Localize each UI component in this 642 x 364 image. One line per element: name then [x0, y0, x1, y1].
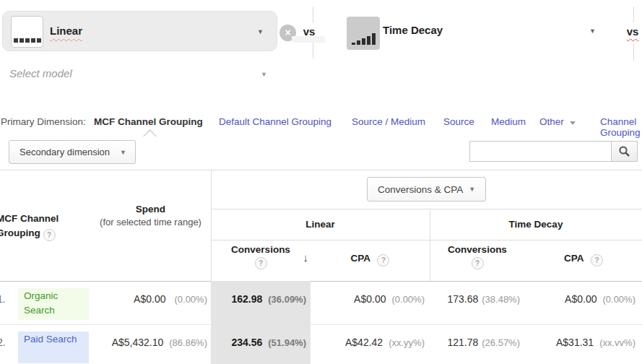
- help-icon[interactable]: ?: [591, 254, 603, 266]
- spend-column-header[interactable]: Spend (for selected time range): [90, 203, 211, 229]
- select-model-dropdown[interactable]: Select model: [9, 67, 72, 79]
- linear-model-icon: [11, 16, 43, 48]
- dimension-link-source[interactable]: Source: [443, 116, 474, 127]
- vs-divider-line: [633, 43, 634, 61]
- dimension-link-medium[interactable]: Medium: [491, 116, 526, 127]
- chevron-down-icon: ▼: [469, 186, 475, 193]
- help-icon[interactable]: ?: [255, 257, 267, 269]
- row-index: 1.: [0, 293, 6, 305]
- secondary-dimension-button[interactable]: Secondary dimension ▼: [9, 140, 136, 164]
- vs-label-1: vs: [295, 25, 324, 38]
- linear-cpa-cell: A$42.42(xx.yy%): [311, 337, 425, 348]
- table-header-border: [211, 240, 642, 240]
- table-header-border: [211, 209, 642, 209]
- linear-cpa-cell: A$0.00(0.00%): [311, 293, 425, 305]
- chevron-down-icon: ▼: [257, 28, 264, 35]
- dimension-link-channel-grouping[interactable]: Channel Grouping: [600, 116, 642, 138]
- timedecay-cpa-cell: A$31.31(xx.vv%): [525, 337, 636, 348]
- search-input[interactable]: [469, 141, 612, 162]
- help-icon[interactable]: ?: [377, 254, 389, 266]
- linear-conversions-cell: 162.98(36.09%): [211, 293, 306, 305]
- timedecay-cpa-cell: A$0.00(0.00%): [525, 293, 636, 305]
- help-icon[interactable]: ?: [472, 257, 484, 269]
- sort-descending-icon[interactable]: ↓: [303, 251, 309, 264]
- chevron-down-icon[interactable]: [570, 121, 576, 125]
- model-1-label: Linear: [50, 25, 82, 37]
- metric-selector-label: Conversions & CPA: [378, 184, 463, 195]
- chevron-down-icon: ▼: [120, 149, 126, 156]
- timedecay-conversions-column-header[interactable]: Conversions ?: [430, 244, 525, 269]
- primary-dimension-selected[interactable]: MCF Channel Grouping: [94, 116, 203, 127]
- table-row-border: [0, 324, 642, 325]
- linear-cpa-column-header[interactable]: CPA ?: [311, 251, 430, 266]
- vs-divider-line: [313, 43, 313, 58]
- linear-conversions-column-header[interactable]: Conversions ? ↓: [211, 244, 311, 269]
- help-icon[interactable]: ?: [43, 229, 56, 241]
- dimension-other-dropdown[interactable]: Other: [539, 116, 564, 127]
- table-header-bottom-border: [0, 281, 642, 282]
- model-selector-1[interactable]: Linear ▼: [2, 11, 277, 51]
- time-decay-model-icon: [347, 17, 380, 50]
- dimension-link-source-medium[interactable]: Source / Medium: [352, 116, 425, 127]
- primary-dimension-label: Primary Dimension:: [1, 116, 86, 127]
- table-top-border: [0, 170, 642, 170]
- model-2-label: Time Decay: [383, 24, 443, 36]
- group-header-linear: Linear: [211, 219, 430, 230]
- chevron-down-icon[interactable]: ▼: [261, 71, 267, 78]
- vs-divider-line: [313, 7, 313, 23]
- vs-label-2: vs: [620, 25, 642, 38]
- vs-divider-line: [633, 6, 634, 22]
- metric-selector-button[interactable]: Conversions & CPA ▼: [367, 177, 486, 202]
- secondary-dimension-label: Secondary dimension: [19, 147, 110, 157]
- search-icon: [618, 145, 630, 157]
- chevron-down-icon: ▼: [589, 27, 596, 35]
- model-selector-2[interactable]: Time Decay ▼: [339, 11, 607, 54]
- timedecay-conversions-cell: 121.78(26.57%): [430, 337, 520, 348]
- spend-cell: A$5,432.10(86.86%): [90, 337, 207, 348]
- spend-cell: A$0.00(0.00%): [90, 293, 207, 305]
- close-icon: ×: [285, 27, 290, 38]
- dimension-column-header[interactable]: MCF Channel Grouping ?: [0, 212, 84, 241]
- timedecay-conversions-cell: 173.68(38.48%): [430, 293, 520, 305]
- linear-conversions-cell: 234.56(51.94%): [211, 337, 306, 348]
- channel-link-paid-search[interactable]: Paid Search: [18, 332, 89, 363]
- row-index: 2.: [0, 337, 6, 348]
- selected-dimension-caret: [143, 129, 156, 142]
- search-button[interactable]: [611, 141, 638, 162]
- select-model-placeholder: Select model: [9, 67, 72, 79]
- group-header-time-decay: Time Decay: [430, 219, 642, 230]
- ga-model-comparison-tool: Linear ▼ × vs Time Decay ▼ vs Select mod…: [0, 0, 642, 364]
- dimension-link-default-channel-grouping[interactable]: Default Channel Grouping: [219, 116, 331, 127]
- channel-link-organic-search[interactable]: Organic Search: [18, 288, 89, 320]
- timedecay-cpa-column-header[interactable]: CPA ?: [525, 251, 642, 266]
